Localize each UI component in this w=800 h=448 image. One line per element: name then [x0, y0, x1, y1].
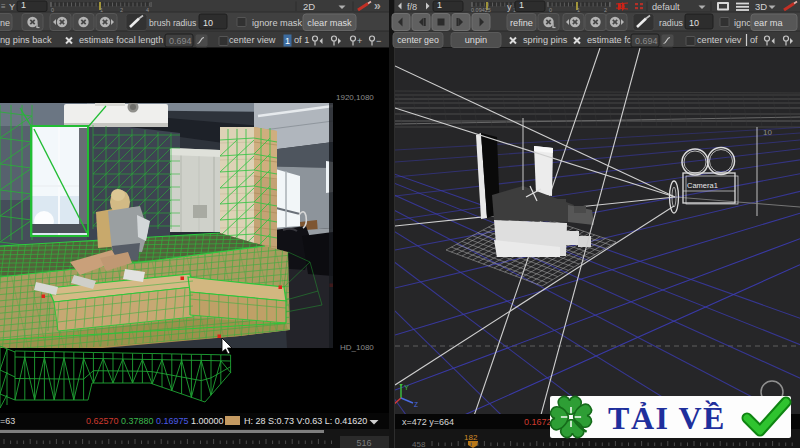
svg-text:0: 0 — [549, 7, 552, 13]
svg-text:1: 1 — [519, 0, 524, 10]
svg-text:≡: ≡ — [1, 2, 6, 11]
svg-text:Camera1: Camera1 — [687, 181, 718, 190]
svg-text:»: » — [374, 0, 381, 13]
svg-text:10: 10 — [763, 128, 772, 137]
svg-text:0.16975: 0.16975 — [156, 416, 189, 426]
svg-text:2D: 2D — [303, 1, 315, 12]
svg-text:1: 1 — [21, 0, 26, 10]
svg-text:estimate fc: estimate fc — [587, 35, 632, 45]
svg-text:Y: Y — [9, 2, 15, 12]
svg-text:0.09425: 0.09425 — [471, 7, 491, 13]
svg-text:1: 1 — [577, 7, 580, 13]
svg-text:unpin: unpin — [465, 35, 487, 45]
svg-text:4: 4 — [146, 7, 149, 13]
svg-text:of 1: of 1 — [294, 35, 309, 45]
svg-text:2: 2 — [120, 7, 123, 13]
svg-text:H: 28 S:0.73 V:0.63 L: 0.4162: H: 28 S:0.73 V:0.63 L: 0.41620 — [244, 416, 367, 426]
svg-text:Y: Y — [404, 384, 409, 391]
svg-text:center view: center view — [229, 35, 276, 45]
svg-text:of: of — [750, 35, 758, 45]
svg-text:TẢI VỀ: TẢI VỀ — [608, 400, 726, 436]
svg-text:radius: radius — [659, 18, 684, 28]
svg-text:spring pins: spring pins — [523, 35, 568, 45]
svg-text:182: 182 — [464, 433, 478, 442]
svg-text:ear ma: ear ma — [754, 18, 783, 28]
svg-text:2: 2 — [604, 7, 607, 13]
svg-text:0.694: 0.694 — [635, 36, 658, 46]
svg-text:1.00000: 1.00000 — [191, 416, 224, 426]
svg-text:516: 516 — [356, 438, 371, 448]
svg-text:refine: refine — [510, 18, 533, 28]
svg-text:ng pins back: ng pins back — [0, 35, 52, 45]
svg-text:0.1672: 0.1672 — [524, 417, 552, 427]
svg-text:10: 10 — [689, 18, 699, 28]
svg-text:0: 0 — [51, 7, 54, 13]
svg-text:center viev: center viev — [697, 35, 742, 45]
svg-text:1: 1 — [100, 7, 103, 13]
svg-text:estimate focal length: estimate focal length — [79, 35, 163, 45]
svg-text:brush radius: brush radius — [149, 18, 196, 28]
svg-text:10: 10 — [203, 18, 213, 28]
svg-text:0.62570: 0.62570 — [86, 416, 119, 426]
svg-text:0.37880: 0.37880 — [121, 416, 154, 426]
svg-text:f/8: f/8 — [407, 2, 417, 12]
svg-text:0.694: 0.694 — [169, 36, 192, 46]
svg-text:+: + — [357, 36, 362, 46]
svg-text:center geo: center geo — [397, 35, 439, 45]
svg-text:Z: Z — [414, 401, 418, 408]
svg-text:ignc: ignc — [734, 18, 751, 28]
svg-text:ignore mask: ignore mask — [252, 18, 302, 28]
svg-text:=63: =63 — [0, 416, 15, 426]
svg-text:ne: ne — [0, 18, 10, 28]
svg-text:default: default — [652, 2, 680, 12]
svg-text:1920,1080: 1920,1080 — [336, 93, 374, 102]
svg-text:1: 1 — [437, 0, 442, 10]
svg-text:clear mask: clear mask — [307, 18, 352, 28]
svg-text:−: − — [376, 36, 381, 46]
svg-text:1: 1 — [285, 36, 290, 46]
svg-text:y: y — [507, 2, 512, 12]
svg-text:x=472 y=664: x=472 y=664 — [402, 417, 454, 427]
svg-text:3D: 3D — [755, 1, 767, 12]
svg-text:HD_1080: HD_1080 — [340, 343, 374, 352]
svg-text:458: 458 — [412, 440, 426, 448]
